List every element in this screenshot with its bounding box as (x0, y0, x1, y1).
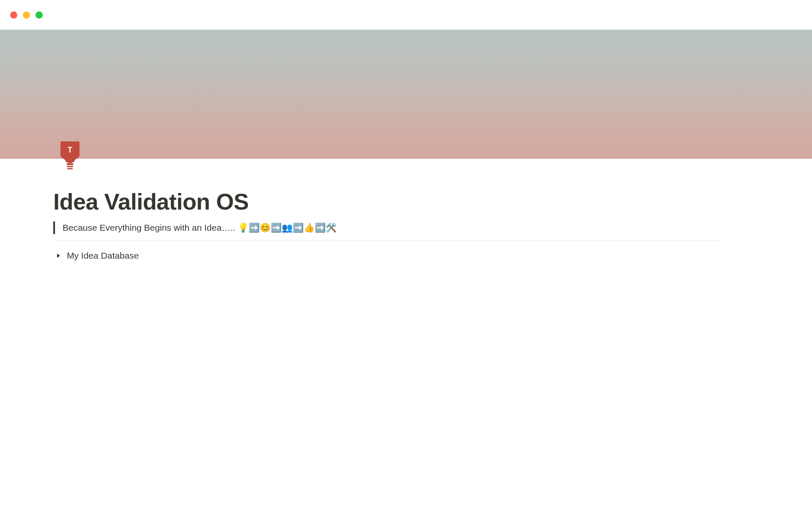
svg-rect-2 (66, 163, 74, 165)
toggle-idea-database[interactable]: My Idea Database (53, 249, 759, 262)
cover-image[interactable] (0, 30, 812, 159)
minimize-window-button[interactable] (23, 11, 30, 19)
divider (53, 240, 719, 240)
window-chrome (0, 0, 812, 30)
toggle-label: My Idea Database (67, 251, 139, 261)
svg-rect-4 (67, 168, 73, 169)
page-title[interactable]: Idea Validation OS (53, 188, 759, 215)
page-icon[interactable]: T (60, 141, 80, 174)
maximize-window-button[interactable] (36, 11, 43, 19)
toggle-arrow-icon[interactable] (53, 251, 63, 261)
quote-block[interactable]: Because Everything Begins with an Idea….… (53, 221, 759, 234)
page-content: Idea Validation OS Because Everything Be… (0, 159, 812, 262)
svg-rect-3 (67, 166, 73, 167)
close-window-button[interactable] (10, 11, 17, 19)
svg-text:T: T (68, 146, 72, 154)
quote-text: Because Everything Begins with an Idea….… (63, 223, 337, 233)
